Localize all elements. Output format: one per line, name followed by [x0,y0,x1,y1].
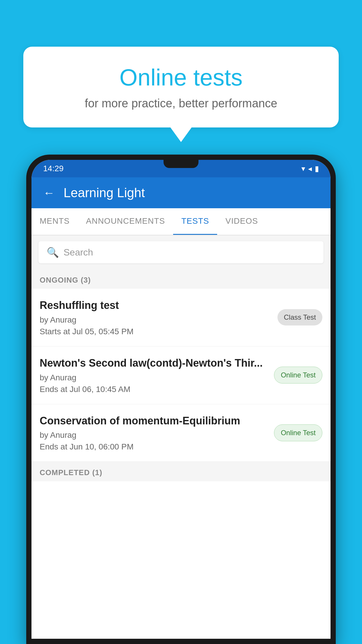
back-button[interactable]: ← [43,186,55,200]
status-icons: ▾ ◂ ▮ [301,164,319,173]
test-date-1: Starts at Jul 05, 05:45 PM [40,327,272,336]
test-badge-1: Class Test [277,309,322,326]
phone-frame: 14:29 ▾ ◂ ▮ ← Learning Light MENTS ANNOU… [26,155,336,644]
battery-icon: ▮ [315,164,319,173]
test-info-3: Conservation of momentum-Equilibrium by … [40,414,274,452]
test-info-1: Reshuffling test by Anurag Starts at Jul… [40,299,277,336]
tab-ments[interactable]: MENTS [31,208,78,235]
test-item-3[interactable]: Conservation of momentum-Equilibrium by … [31,404,331,462]
tabs-container: MENTS ANNOUNCEMENTS TESTS VIDEOS [31,208,331,235]
ongoing-section-header: ONGOING (3) [31,269,331,289]
tab-announcements[interactable]: ANNOUNCEMENTS [78,208,173,235]
test-list: Reshuffling test by Anurag Starts at Jul… [31,289,331,639]
test-badge-3: Online Test [274,424,322,441]
wifi-icon: ▾ [301,164,305,173]
tab-videos[interactable]: VIDEOS [217,208,266,235]
search-icon: 🔍 [47,246,59,258]
search-placeholder-text: Search [64,247,93,258]
test-date-2: Ends at Jul 06, 10:45 AM [40,385,268,394]
test-name-3: Conservation of momentum-Equilibrium [40,414,268,428]
phone-screen: 14:29 ▾ ◂ ▮ ← Learning Light MENTS ANNOU… [31,160,331,639]
test-author-2: by Anurag [40,373,268,382]
phone-notch [164,160,198,168]
app-header: ← Learning Light [31,177,331,208]
signal-icon: ◂ [308,164,312,173]
completed-section-header: COMPLETED (1) [31,462,331,481]
tab-tests[interactable]: TESTS [173,208,217,235]
test-name-2: Newton's Second law(contd)-Newton's Thir… [40,356,268,370]
test-name-1: Reshuffling test [40,299,272,312]
status-time: 14:29 [43,164,64,173]
bubble-title: Online tests [47,64,315,91]
test-info-2: Newton's Second law(contd)-Newton's Thir… [40,356,274,394]
test-date-3: Ends at Jun 10, 06:00 PM [40,442,268,452]
search-bar[interactable]: 🔍 Search [38,241,324,263]
test-item-2[interactable]: Newton's Second law(contd)-Newton's Thir… [31,346,331,404]
speech-bubble: Online tests for more practice, better p… [23,47,339,127]
test-author-1: by Anurag [40,315,272,325]
test-item-1[interactable]: Reshuffling test by Anurag Starts at Jul… [31,289,331,346]
bubble-subtitle: for more practice, better performance [47,97,315,110]
app-title: Learning Light [64,186,145,200]
test-author-3: by Anurag [40,430,268,440]
search-container: 🔍 Search [31,235,331,269]
test-badge-2: Online Test [274,367,322,384]
